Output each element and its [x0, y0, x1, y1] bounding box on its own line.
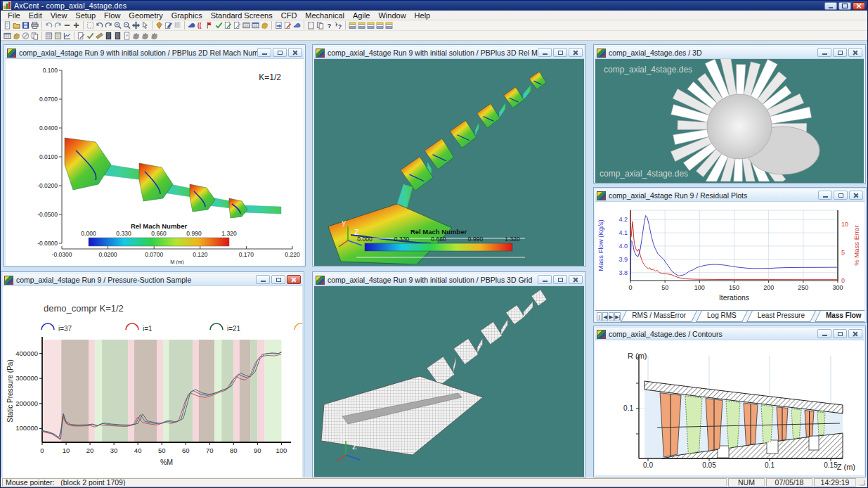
app-minimize-button[interactable] [824, 2, 837, 10]
blade-angles-button[interactable]: (( [196, 20, 205, 30]
layout-board-button[interactable] [306, 20, 316, 30]
close-button[interactable] [569, 275, 583, 284]
window-titlebar[interactable]: comp_axial_4stage Run 9 / Residual Plots [595, 189, 864, 202]
print-button[interactable] [30, 20, 39, 30]
blade-tool-button[interactable] [292, 20, 302, 30]
window-titlebar[interactable]: comp_axial_4stage Run 9 with initial sol… [6, 46, 304, 59]
screen-set-1-button[interactable] [348, 20, 357, 30]
maximize-button[interactable] [834, 191, 848, 200]
menu-help[interactable]: Help [410, 11, 435, 20]
screen-set-4-button[interactable] [375, 20, 384, 30]
screen-set-5-button[interactable] [384, 20, 394, 30]
snapshot-dark-button[interactable] [104, 31, 113, 41]
report-edit-button[interactable] [77, 31, 86, 41]
menu-standard-screens[interactable]: Standard Screens [207, 11, 277, 20]
materials-button[interactable] [155, 20, 164, 30]
measure-button[interactable] [95, 31, 104, 41]
mach3d-viewport[interactable]: Rel Mach Number0.0000.3300.6600.9901.320… [314, 59, 584, 264]
hand-tool-button[interactable] [12, 31, 21, 41]
resize-grip[interactable] [857, 478, 866, 487]
impeller-3d-viewport[interactable] [595, 59, 864, 181]
window-titlebar[interactable]: comp_axial_4stage Run 9 / Pressure-Sucti… [3, 274, 302, 286]
window-titlebar[interactable]: comp_axial_4stage Run 9 with initial sol… [314, 274, 584, 286]
minimize-button[interactable] [817, 329, 831, 338]
redo-button[interactable] [53, 20, 63, 30]
zoom-out-button[interactable] [122, 20, 131, 30]
menu-window[interactable]: Window [374, 11, 410, 20]
maximize-button[interactable] [553, 48, 567, 57]
select-button[interactable] [141, 20, 150, 30]
app-maximize-button[interactable] [838, 2, 851, 10]
maximize-button[interactable] [833, 48, 847, 57]
minimize-button[interactable] [538, 275, 552, 284]
main-titlebar[interactable]: AxCent - comp_axial_4stage.des [1, 1, 867, 11]
context-help-button[interactable]: ? [334, 20, 343, 30]
zoom-window-button[interactable] [86, 20, 95, 30]
save-button[interactable] [21, 20, 30, 30]
snapshot-dark-2-button[interactable] [113, 31, 122, 41]
tab-scroll-2[interactable]: ▶ [609, 312, 614, 321]
window-titlebar[interactable]: comp_axial_4stage.des / 3D [595, 46, 864, 59]
close-button[interactable] [848, 48, 862, 57]
flow-cuts-button[interactable] [205, 20, 214, 30]
menu-file[interactable]: File [4, 11, 25, 20]
edit-disabled-button[interactable] [233, 20, 242, 30]
screen-set-3-button[interactable] [366, 20, 375, 30]
menu-geometry[interactable]: Geometry [124, 11, 167, 20]
screen-set-2-button[interactable] [357, 20, 366, 30]
close-button[interactable] [569, 48, 583, 57]
help-button[interactable]: ? [325, 20, 334, 30]
undo-button[interactable] [44, 20, 53, 30]
run-case-3-button[interactable] [150, 31, 159, 41]
minimize-button[interactable] [818, 191, 832, 200]
tab-least-pressure[interactable]: Least Pressure [749, 311, 813, 322]
blade-editor-button[interactable] [187, 20, 196, 30]
app-close-button[interactable] [853, 2, 865, 10]
menu-agile[interactable]: Agile [349, 11, 374, 20]
report-check-button[interactable] [86, 31, 95, 41]
map-table-button[interactable] [251, 20, 260, 30]
run-case-1-button[interactable] [131, 31, 141, 41]
minimize-button[interactable] [817, 48, 831, 57]
snapshot-light-button[interactable] [122, 31, 131, 41]
open-file-button[interactable] [12, 20, 21, 30]
menu-edit[interactable]: Edit [25, 11, 46, 20]
maximize-button[interactable] [833, 329, 847, 338]
check-design-button[interactable] [214, 20, 224, 30]
copy-pages-button[interactable] [30, 31, 39, 41]
tab-mass-flow[interactable]: Mass Flow [817, 311, 864, 322]
data-table-button[interactable] [242, 20, 251, 30]
window-titlebar[interactable]: comp_axial_4stage.des / Contours [595, 328, 864, 340]
print-table-button[interactable] [3, 31, 12, 41]
close-button[interactable] [849, 191, 863, 200]
quick-chart-button[interactable] [63, 31, 72, 41]
copy-view-button[interactable] [316, 20, 325, 30]
view-grid-page-button[interactable] [44, 31, 53, 41]
menu-cfd[interactable]: CFD [277, 11, 302, 20]
close-button[interactable] [287, 275, 301, 284]
close-button[interactable] [848, 329, 862, 338]
minimize-button[interactable] [256, 275, 270, 284]
minimize-button[interactable] [538, 48, 552, 57]
tab-scroll-3[interactable]: ▶| [614, 312, 621, 321]
close-button[interactable] [288, 48, 302, 57]
menu-setup[interactable]: Setup [71, 11, 100, 20]
new-file-button[interactable] [3, 20, 12, 30]
menu-flow[interactable]: Flow [100, 11, 124, 20]
edit-geometry-button[interactable] [224, 20, 233, 30]
menu-view[interactable]: View [46, 11, 72, 20]
rotate-cw-button[interactable] [104, 20, 113, 30]
disable-spin-button[interactable] [21, 31, 30, 41]
pan-button[interactable] [131, 20, 141, 30]
grid3d-viewport[interactable]: yz [314, 286, 584, 475]
tab-rms--masserror[interactable]: RMS / MassError [623, 311, 694, 322]
view-plot-page-button[interactable] [53, 31, 63, 41]
menu-graphics[interactable]: Graphics [167, 11, 207, 20]
export-notes-button[interactable] [274, 20, 283, 30]
grid-toggle-button[interactable] [173, 20, 182, 30]
tab-scroll-1[interactable]: ◀ [602, 312, 607, 321]
maximize-button[interactable] [553, 275, 567, 284]
impeller-tool-button[interactable] [260, 20, 269, 30]
run-case-2-button[interactable] [141, 31, 150, 41]
menu-mechanical[interactable]: Mechanical [301, 11, 349, 20]
